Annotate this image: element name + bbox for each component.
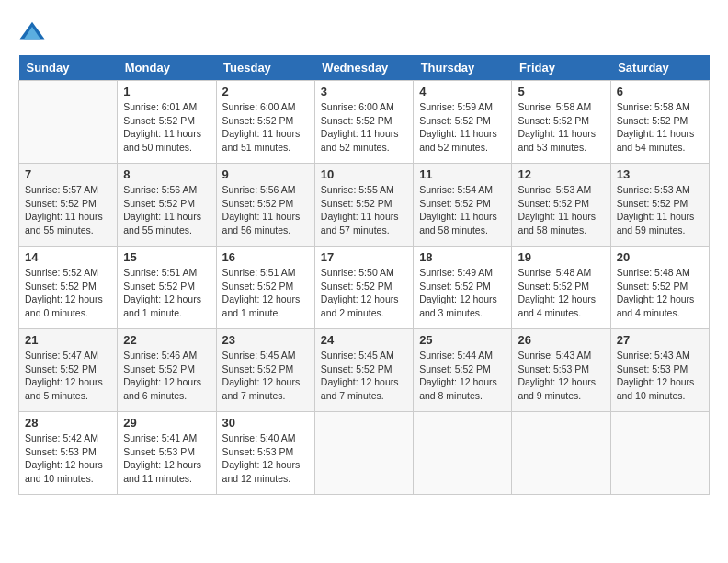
calendar-cell: 27Sunrise: 5:43 AM Sunset: 5:53 PM Dayli… (610, 329, 709, 412)
day-info: Sunrise: 5:56 AM Sunset: 5:52 PM Dayligh… (222, 183, 309, 237)
day-info: Sunrise: 5:50 AM Sunset: 5:52 PM Dayligh… (321, 266, 407, 320)
calendar-week-row: 1Sunrise: 6:01 AM Sunset: 5:52 PM Daylig… (19, 81, 710, 164)
calendar-header-row: SundayMondayTuesdayWednesdayThursdayFrid… (19, 55, 710, 81)
day-number: 23 (222, 333, 309, 347)
calendar-cell: 21Sunrise: 5:47 AM Sunset: 5:52 PM Dayli… (19, 329, 118, 412)
calendar-cell: 23Sunrise: 5:45 AM Sunset: 5:52 PM Dayli… (216, 329, 314, 412)
calendar-cell: 6Sunrise: 5:58 AM Sunset: 5:52 PM Daylig… (610, 81, 709, 164)
day-info: Sunrise: 5:40 AM Sunset: 5:53 PM Dayligh… (222, 431, 309, 486)
day-number: 18 (419, 250, 506, 264)
logo-icon (18, 18, 46, 46)
day-number: 25 (419, 333, 506, 347)
calendar-cell: 10Sunrise: 5:55 AM Sunset: 5:52 PM Dayli… (314, 164, 413, 247)
calendar-cell: 24Sunrise: 5:45 AM Sunset: 5:52 PM Dayli… (314, 329, 413, 412)
calendar-cell: 13Sunrise: 5:53 AM Sunset: 5:52 PM Dayli… (610, 164, 709, 247)
day-number: 3 (321, 85, 407, 98)
day-info: Sunrise: 5:56 AM Sunset: 5:52 PM Dayligh… (123, 183, 210, 237)
day-info: Sunrise: 5:44 AM Sunset: 5:52 PM Dayligh… (419, 349, 506, 403)
day-info: Sunrise: 5:55 AM Sunset: 5:52 PM Dayligh… (321, 183, 407, 237)
calendar-cell (19, 81, 118, 164)
day-number: 9 (222, 167, 309, 181)
day-info: Sunrise: 5:59 AM Sunset: 5:52 PM Dayligh… (419, 100, 506, 155)
day-info: Sunrise: 5:58 AM Sunset: 5:52 PM Dayligh… (617, 100, 703, 155)
calendar-cell (512, 412, 610, 495)
calendar-cell: 16Sunrise: 5:51 AM Sunset: 5:52 PM Dayli… (216, 247, 314, 329)
day-number: 10 (321, 167, 407, 181)
calendar-cell: 7Sunrise: 5:57 AM Sunset: 5:52 PM Daylig… (19, 164, 118, 247)
calendar-cell: 15Sunrise: 5:51 AM Sunset: 5:52 PM Dayli… (118, 247, 216, 329)
day-info: Sunrise: 5:46 AM Sunset: 5:52 PM Dayligh… (123, 349, 210, 403)
day-info: Sunrise: 5:42 AM Sunset: 5:53 PM Dayligh… (25, 431, 111, 486)
day-number: 8 (123, 167, 210, 181)
calendar-cell: 20Sunrise: 5:48 AM Sunset: 5:52 PM Dayli… (610, 247, 709, 329)
day-number: 7 (25, 167, 111, 181)
calendar-cell: 12Sunrise: 5:53 AM Sunset: 5:52 PM Dayli… (512, 164, 610, 247)
day-info: Sunrise: 5:47 AM Sunset: 5:52 PM Dayligh… (25, 349, 111, 403)
day-number: 28 (25, 416, 111, 430)
calendar-table: SundayMondayTuesdayWednesdayThursdayFrid… (18, 55, 710, 495)
day-info: Sunrise: 5:49 AM Sunset: 5:52 PM Dayligh… (419, 266, 506, 320)
calendar-week-row: 28Sunrise: 5:42 AM Sunset: 5:53 PM Dayli… (19, 412, 710, 495)
day-info: Sunrise: 5:53 AM Sunset: 5:52 PM Dayligh… (617, 183, 703, 237)
day-number: 26 (518, 333, 604, 347)
day-info: Sunrise: 5:51 AM Sunset: 5:52 PM Dayligh… (222, 266, 309, 320)
logo (18, 18, 50, 46)
day-info: Sunrise: 6:00 AM Sunset: 5:52 PM Dayligh… (222, 100, 309, 155)
calendar-cell: 9Sunrise: 5:56 AM Sunset: 5:52 PM Daylig… (216, 164, 314, 247)
day-info: Sunrise: 6:01 AM Sunset: 5:52 PM Dayligh… (123, 100, 210, 155)
column-header-sunday: Sunday (19, 55, 118, 81)
calendar-cell: 8Sunrise: 5:56 AM Sunset: 5:52 PM Daylig… (118, 164, 216, 247)
day-number: 30 (222, 416, 309, 430)
day-info: Sunrise: 6:00 AM Sunset: 5:52 PM Dayligh… (321, 100, 407, 155)
day-number: 14 (25, 250, 111, 264)
day-info: Sunrise: 5:43 AM Sunset: 5:53 PM Dayligh… (617, 349, 703, 403)
day-number: 27 (617, 333, 703, 347)
day-number: 16 (222, 250, 309, 264)
day-info: Sunrise: 5:43 AM Sunset: 5:53 PM Dayligh… (518, 349, 604, 403)
calendar-cell: 22Sunrise: 5:46 AM Sunset: 5:52 PM Dayli… (118, 329, 216, 412)
day-info: Sunrise: 5:48 AM Sunset: 5:52 PM Dayligh… (518, 266, 604, 320)
day-number: 22 (123, 333, 210, 347)
calendar-cell: 30Sunrise: 5:40 AM Sunset: 5:53 PM Dayli… (216, 412, 314, 495)
day-number: 21 (25, 333, 111, 347)
calendar-cell (414, 412, 512, 495)
day-number: 4 (419, 85, 506, 98)
day-info: Sunrise: 5:51 AM Sunset: 5:52 PM Dayligh… (123, 266, 210, 320)
day-number: 6 (617, 85, 703, 98)
day-number: 29 (123, 416, 210, 430)
column-header-friday: Friday (512, 55, 610, 81)
day-number: 13 (617, 167, 703, 181)
day-number: 12 (518, 167, 604, 181)
calendar-cell: 11Sunrise: 5:54 AM Sunset: 5:52 PM Dayli… (414, 164, 512, 247)
day-number: 15 (123, 250, 210, 264)
column-header-wednesday: Wednesday (314, 55, 413, 81)
calendar-cell: 17Sunrise: 5:50 AM Sunset: 5:52 PM Dayli… (314, 247, 413, 329)
day-info: Sunrise: 5:52 AM Sunset: 5:52 PM Dayligh… (25, 266, 111, 320)
day-info: Sunrise: 5:48 AM Sunset: 5:52 PM Dayligh… (617, 266, 703, 320)
calendar-cell: 2Sunrise: 6:00 AM Sunset: 5:52 PM Daylig… (216, 81, 314, 164)
calendar-cell: 3Sunrise: 6:00 AM Sunset: 5:52 PM Daylig… (314, 81, 413, 164)
calendar-cell: 29Sunrise: 5:41 AM Sunset: 5:53 PM Dayli… (118, 412, 216, 495)
day-number: 24 (321, 333, 407, 347)
calendar-cell: 14Sunrise: 5:52 AM Sunset: 5:52 PM Dayli… (19, 247, 118, 329)
day-number: 20 (617, 250, 703, 264)
calendar-cell: 1Sunrise: 6:01 AM Sunset: 5:52 PM Daylig… (118, 81, 216, 164)
calendar-week-row: 7Sunrise: 5:57 AM Sunset: 5:52 PM Daylig… (19, 164, 710, 247)
calendar-cell: 26Sunrise: 5:43 AM Sunset: 5:53 PM Dayli… (512, 329, 610, 412)
day-number: 2 (222, 85, 309, 98)
calendar-cell: 28Sunrise: 5:42 AM Sunset: 5:53 PM Dayli… (19, 412, 118, 495)
column-header-thursday: Thursday (414, 55, 512, 81)
day-info: Sunrise: 5:41 AM Sunset: 5:53 PM Dayligh… (123, 431, 210, 486)
calendar-week-row: 21Sunrise: 5:47 AM Sunset: 5:52 PM Dayli… (19, 329, 710, 412)
calendar-cell: 19Sunrise: 5:48 AM Sunset: 5:52 PM Dayli… (512, 247, 610, 329)
day-number: 11 (419, 167, 506, 181)
calendar-cell: 18Sunrise: 5:49 AM Sunset: 5:52 PM Dayli… (414, 247, 512, 329)
day-number: 19 (518, 250, 604, 264)
day-info: Sunrise: 5:58 AM Sunset: 5:52 PM Dayligh… (518, 100, 604, 155)
calendar-cell: 25Sunrise: 5:44 AM Sunset: 5:52 PM Dayli… (414, 329, 512, 412)
day-info: Sunrise: 5:54 AM Sunset: 5:52 PM Dayligh… (419, 183, 506, 237)
day-number: 1 (123, 85, 210, 98)
calendar-week-row: 14Sunrise: 5:52 AM Sunset: 5:52 PM Dayli… (19, 247, 710, 329)
column-header-tuesday: Tuesday (216, 55, 314, 81)
day-info: Sunrise: 5:57 AM Sunset: 5:52 PM Dayligh… (25, 183, 111, 237)
